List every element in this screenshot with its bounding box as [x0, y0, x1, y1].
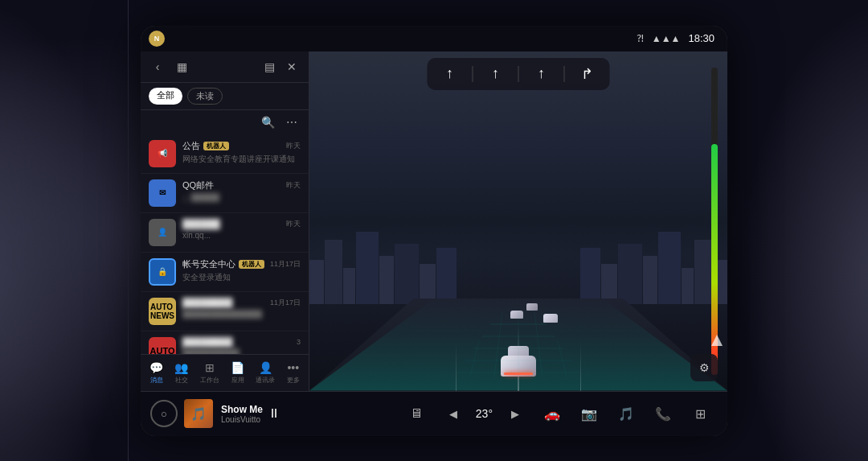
- svg-line-6: [494, 312, 502, 377]
- tab-unread[interactable]: 未读: [187, 88, 223, 105]
- temp-next-button[interactable]: ▶: [497, 396, 533, 431]
- options-button[interactable]: ⋯: [283, 113, 301, 131]
- main-screen: N ⁈ ▲▲▲ 18:30 ‹ ▦ ▤ ✕ 全部 未读: [141, 26, 727, 436]
- list-item[interactable]: 👤 ██████ 昨天 xin.qq...: [141, 213, 309, 253]
- avatar: AUTO: [149, 337, 176, 354]
- sidebar: ‹ ▦ ▤ ✕ 全部 未读 🔍 ⋯: [141, 51, 309, 391]
- temp-prev-button[interactable]: ◀: [436, 396, 471, 431]
- nav-more[interactable]: ••• 更多: [284, 360, 303, 386]
- sidebar-header: ‹ ▦ ▤ ✕: [141, 51, 309, 83]
- bot-badge: 机器人: [203, 142, 229, 150]
- new-chat-button[interactable]: ▤: [260, 58, 278, 76]
- other-car: [543, 314, 558, 323]
- back-button[interactable]: ‹: [149, 58, 166, 76]
- display-button[interactable]: 🖥: [399, 396, 434, 431]
- tab-all[interactable]: 全部: [149, 88, 182, 105]
- seat-right: [739, 0, 868, 461]
- message-preview: △ █████: [182, 193, 301, 202]
- search-button[interactable]: 🔍: [259, 113, 276, 131]
- album-art: 🎵: [184, 399, 213, 428]
- sender-name: ████████: [182, 337, 232, 347]
- layout-icon[interactable]: ▦: [173, 58, 190, 76]
- list-item[interactable]: 🔒 帐号安全中心 机器人 11月17日 安全登录通知: [141, 253, 309, 292]
- message-body: 公告 机器人 昨天 网络安全教育专题讲座开课通知: [182, 140, 301, 165]
- clock: 18:30: [688, 32, 714, 44]
- message-preview: xin.qq...: [182, 231, 301, 240]
- sender-name: ██████: [182, 219, 220, 228]
- avatar: 👤: [149, 219, 176, 246]
- road-scene: [309, 51, 727, 391]
- message-body: 帐号安全中心 机器人 11月17日 安全登录通知: [182, 258, 301, 283]
- message-list: 📢 公告 机器人 昨天 网络安全教育专题讲座开课通知: [141, 134, 309, 354]
- message-body: ████████ 3 ██████████: [182, 337, 301, 354]
- close-button[interactable]: ✕: [283, 58, 301, 76]
- message-time: 昨天: [286, 180, 301, 191]
- list-item[interactable]: AUTO ████████ 3 ██████████: [141, 331, 309, 354]
- pause-icon: ⏸: [268, 406, 280, 421]
- car-button[interactable]: 🚗: [534, 396, 570, 431]
- home-button[interactable]: ○: [150, 400, 178, 427]
- message-time: 3: [297, 338, 301, 346]
- phone-icon: 📞: [655, 406, 671, 422]
- apps-button[interactable]: ⊞: [682, 396, 718, 431]
- signal-icon: ▲▲▲: [652, 33, 681, 44]
- bottom-bar: ○ 🎵 Show Me LouisVuitto ⏸ 🖥 ◀: [141, 391, 727, 436]
- sender-name: 公告 机器人: [182, 140, 229, 152]
- list-item[interactable]: AUTONEWS ████████ 11月17日 ██████████████: [141, 292, 309, 331]
- bottom-controls: 🖥 ◀ 23° ▶ 🚗 📷 🎵: [285, 396, 718, 431]
- home-icon: ○: [161, 408, 167, 420]
- settings-icon: ⚙: [699, 361, 710, 374]
- drive-view: ↑ ↑ ↑ ↱ ⚙: [309, 51, 727, 391]
- message-preview: ██████████████: [182, 310, 301, 319]
- docs-icon: 📄: [231, 361, 244, 374]
- camera-button[interactable]: 📷: [571, 396, 607, 431]
- status-bar: N ⁈ ▲▲▲ 18:30: [141, 26, 727, 51]
- city-buildings: [309, 216, 727, 304]
- svg-line-8: [534, 312, 542, 377]
- message-tabs: 全部 未读: [141, 83, 309, 110]
- more-icon: •••: [287, 361, 299, 374]
- play-pause-button[interactable]: ⏸: [263, 402, 285, 425]
- sender-name: ████████: [182, 298, 232, 307]
- nav-workspace[interactable]: ⊞ 工作台: [197, 360, 223, 386]
- arrow-straight2: ↑: [485, 63, 507, 85]
- nav-social[interactable]: 👥 社交: [171, 360, 191, 386]
- chevron-right-icon: ▶: [511, 408, 519, 420]
- message-time: 11月17日: [270, 259, 301, 270]
- album-art-icon: 🎵: [190, 406, 207, 422]
- avatar: ✉: [149, 179, 176, 207]
- message-time: 昨天: [286, 141, 301, 151]
- arrow-straight: ↑: [439, 63, 461, 85]
- bot-badge: 机器人: [239, 260, 264, 269]
- temperature-value: 23°: [476, 407, 493, 420]
- list-item[interactable]: 📢 公告 机器人 昨天 网络安全教育专题讲座开课通知: [141, 134, 309, 174]
- display-icon: 🖥: [410, 406, 423, 421]
- temperature-display: 23°: [473, 407, 496, 420]
- avatar: AUTONEWS: [149, 298, 176, 325]
- sender-name: QQ邮件: [182, 179, 214, 191]
- sidebar-bottom-nav: 💬 消息 👥 社交 ⊞ 工作台 📄 应用 👤 通讯录: [141, 354, 309, 391]
- camera-icon: 📷: [581, 406, 597, 422]
- message-time: 昨天: [286, 219, 301, 229]
- contacts-icon: 👤: [259, 361, 272, 374]
- svg-marker-10: [711, 335, 723, 346]
- nav-contacts[interactable]: 👤 通讯录: [252, 360, 278, 386]
- settings-button[interactable]: ⚙: [690, 354, 718, 381]
- music-icon: 🎵: [618, 406, 634, 422]
- now-playing[interactable]: 🎵 Show Me LouisVuitto: [184, 399, 263, 428]
- message-preview: 网络安全教育专题讲座开课通知: [182, 154, 301, 165]
- app-logo: N: [149, 31, 165, 47]
- message-body: ██████ 昨天 xin.qq...: [182, 219, 301, 240]
- navigation-arrows: ↑ ↑ ↑ ↱: [428, 58, 610, 90]
- nav-messages[interactable]: 💬 消息: [146, 360, 166, 386]
- music-button[interactable]: 🎵: [608, 396, 644, 431]
- phone-button[interactable]: 📞: [645, 396, 681, 431]
- seat-left: [0, 0, 129, 461]
- chevron-left-icon: ◀: [449, 408, 457, 420]
- car-icon: 🚗: [544, 406, 560, 422]
- list-item[interactable]: ✉ QQ邮件 昨天 △ █████: [141, 174, 309, 213]
- other-car: [526, 303, 538, 311]
- speed-pointer: [711, 335, 723, 349]
- nav-docs[interactable]: 📄 应用: [227, 360, 248, 386]
- messages-icon: 💬: [149, 361, 163, 374]
